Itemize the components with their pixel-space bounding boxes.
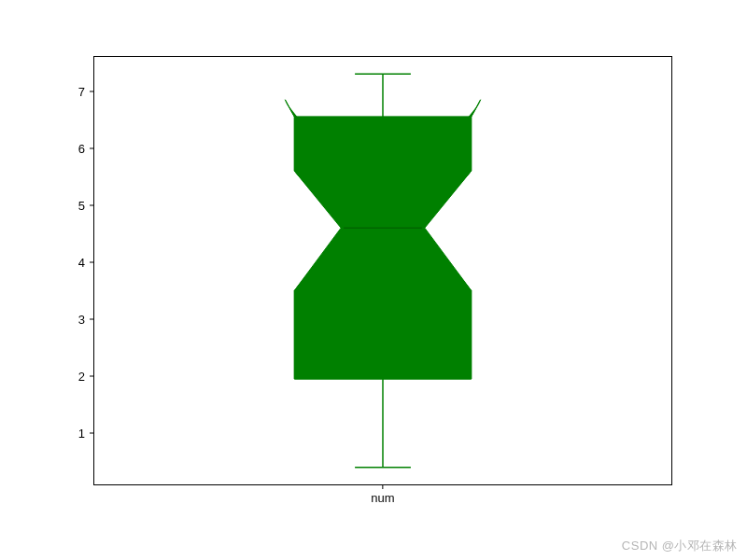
y-tick: 5	[78, 198, 94, 212]
y-tick-label: 3	[78, 312, 87, 326]
tick-mark	[382, 484, 383, 489]
y-tick: 1	[78, 427, 94, 441]
y-tick: 3	[78, 312, 94, 326]
y-tick: 4	[78, 255, 94, 269]
y-tick-label: 2	[78, 369, 87, 383]
box-notched	[294, 117, 471, 379]
boxplot	[94, 57, 671, 484]
y-tick-label: 1	[78, 427, 87, 441]
y-tick-label: 5	[78, 198, 87, 212]
y-tick: 7	[78, 84, 94, 98]
y-tick-label: 4	[78, 255, 87, 269]
y-tick: 6	[78, 141, 94, 155]
axes-frame: 1 2 3 4 5 6 7 num	[93, 56, 672, 485]
y-tick-label: 6	[78, 141, 87, 155]
y-tick-label: 7	[78, 84, 87, 98]
notch-wing-left	[285, 102, 297, 117]
x-tick: num	[371, 484, 394, 505]
x-tick-label: num	[371, 491, 394, 505]
watermark-text: CSDN @小邓在森林	[622, 538, 738, 554]
y-tick: 2	[78, 369, 94, 383]
plot-container: 1 2 3 4 5 6 7 num	[0, 0, 747, 560]
